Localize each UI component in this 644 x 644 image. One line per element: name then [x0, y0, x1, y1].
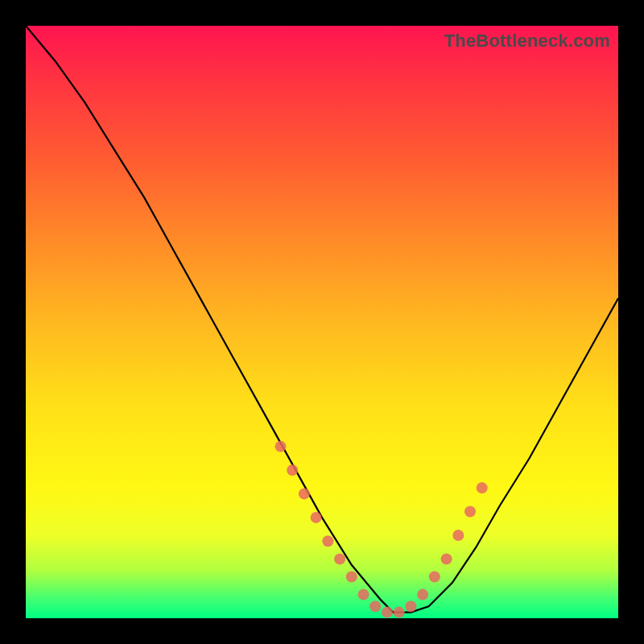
- scatter-dot: [358, 589, 369, 601]
- scatter-dot: [452, 530, 464, 541]
- scatter-dot: [346, 572, 357, 583]
- scatter-dot: [464, 506, 476, 518]
- scatter-dot: [417, 589, 428, 601]
- scatter-dot: [429, 572, 440, 583]
- scatter-dot: [477, 482, 488, 493]
- scatter-dot: [322, 535, 333, 547]
- scatter-dot: [369, 601, 381, 612]
- scatter-dot: [287, 464, 298, 476]
- scatter-dot: [382, 607, 393, 618]
- scatter-dot: [334, 553, 345, 564]
- scatter-dot: [311, 512, 322, 523]
- chart-frame: TheBottleneck.com: [0, 0, 644, 644]
- bottleneck-curve: [26, 26, 618, 613]
- highlight-scatter: [275, 441, 488, 618]
- chart-svg: [26, 26, 618, 618]
- scatter-dot: [394, 607, 405, 618]
- plot-area: TheBottleneck.com: [26, 26, 618, 618]
- scatter-dot: [405, 601, 416, 612]
- scatter-dot: [275, 441, 287, 452]
- scatter-dot: [299, 488, 310, 499]
- scatter-dot: [441, 553, 452, 564]
